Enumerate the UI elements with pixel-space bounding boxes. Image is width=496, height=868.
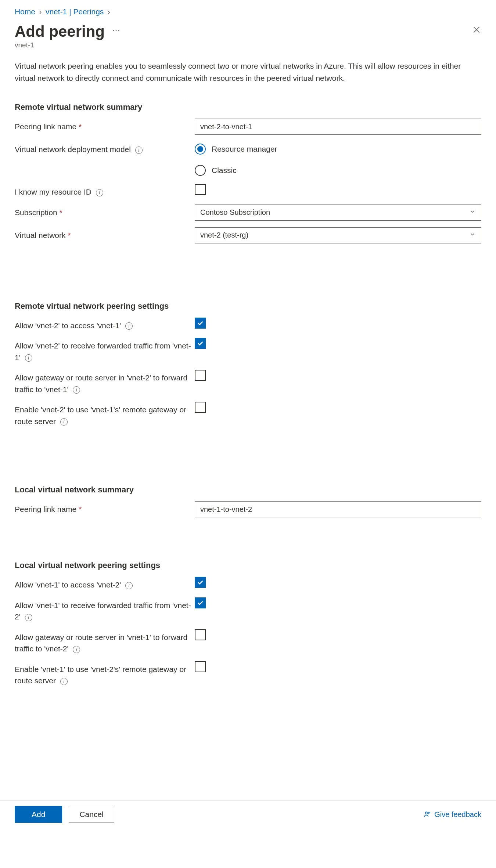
feedback-icon	[423, 810, 431, 818]
label-local-peering-link-name: Peering link name *	[15, 501, 195, 515]
info-icon[interactable]: i	[135, 147, 143, 154]
more-menu-icon[interactable]: ⋯	[112, 26, 120, 35]
breadcrumb-parent[interactable]: vnet-1 | Peerings	[46, 7, 104, 16]
virtual-network-value: vnet-2 (test-rg)	[200, 231, 248, 239]
chevron-right-icon: ›	[37, 7, 44, 16]
section-local-summary: Local virtual network summary	[15, 485, 481, 495]
info-icon[interactable]: i	[125, 322, 133, 330]
checkbox-know-resource-id[interactable]	[195, 184, 206, 195]
info-icon[interactable]: i	[96, 189, 103, 196]
footer: Add Cancel Give feedback	[0, 800, 496, 828]
close-button[interactable]	[472, 25, 481, 36]
radio-resource-manager[interactable]: Resource manager	[195, 144, 481, 155]
label-remote-peering-link-name: Peering link name *	[15, 119, 195, 133]
info-icon[interactable]: i	[60, 678, 68, 685]
info-icon[interactable]: i	[73, 646, 80, 653]
info-icon[interactable]: i	[60, 418, 68, 426]
label-virtual-network: Virtual network *	[15, 227, 195, 241]
label-remote-allow-forwarded: Allow 'vnet-2' to receive forwarded traf…	[15, 338, 195, 363]
radio-resource-manager-label: Resource manager	[212, 145, 277, 153]
remote-peering-link-name-input[interactable]	[195, 119, 481, 135]
label-local-allow-gateway: Allow gateway or route server in 'vnet-1…	[15, 629, 195, 655]
info-icon[interactable]: i	[125, 582, 133, 589]
label-local-use-gateway: Enable 'vnet-1' to use 'vnet-2's' remote…	[15, 661, 195, 687]
radio-classic[interactable]: Classic	[195, 165, 481, 176]
chevron-down-icon	[469, 231, 476, 239]
chevron-down-icon	[469, 208, 476, 217]
checkbox-remote-allow-gateway[interactable]	[195, 370, 206, 381]
page-title: Add peering	[15, 23, 105, 40]
checkbox-remote-allow-forwarded[interactable]	[195, 338, 206, 349]
page-subtitle: vnet-1	[15, 41, 481, 49]
subscription-value: Contoso Subscription	[200, 208, 270, 217]
subscription-select[interactable]: Contoso Subscription	[195, 205, 481, 221]
label-know-resource-id: I know my resource ID i	[15, 184, 195, 198]
add-button[interactable]: Add	[15, 806, 62, 823]
page-description: Virtual network peering enables you to s…	[15, 60, 481, 84]
checkbox-local-allow-access[interactable]	[195, 577, 206, 588]
label-local-allow-forwarded: Allow 'vnet-1' to receive forwarded traf…	[15, 597, 195, 623]
checkbox-remote-use-gateway[interactable]	[195, 402, 206, 413]
virtual-network-select[interactable]: vnet-2 (test-rg)	[195, 227, 481, 243]
checkbox-local-allow-gateway[interactable]	[195, 629, 206, 640]
radio-classic-label: Classic	[212, 166, 237, 175]
label-remote-use-gateway: Enable 'vnet-2' to use 'vnet-1's' remote…	[15, 402, 195, 427]
section-remote-summary: Remote virtual network summary	[15, 102, 481, 112]
label-deployment-model: Virtual network deployment model i	[15, 141, 195, 155]
local-peering-link-name-input[interactable]	[195, 501, 481, 517]
section-local-settings: Local virtual network peering settings	[15, 561, 481, 570]
checkbox-remote-allow-access[interactable]	[195, 318, 206, 329]
info-icon[interactable]: i	[25, 614, 32, 621]
info-icon[interactable]: i	[25, 354, 32, 362]
label-subscription: Subscription *	[15, 205, 195, 218]
give-feedback-label: Give feedback	[434, 810, 481, 819]
breadcrumb: Home › vnet-1 | Peerings ›	[15, 7, 481, 16]
chevron-right-icon: ›	[105, 7, 112, 16]
checkbox-local-use-gateway[interactable]	[195, 661, 206, 672]
info-icon[interactable]: i	[73, 386, 80, 394]
label-local-allow-access: Allow 'vnet-1' to access 'vnet-2' i	[15, 577, 195, 591]
label-remote-allow-gateway: Allow gateway or route server in 'vnet-2…	[15, 370, 195, 395]
cancel-button[interactable]: Cancel	[69, 806, 114, 823]
breadcrumb-home[interactable]: Home	[15, 7, 35, 16]
give-feedback-link[interactable]: Give feedback	[423, 810, 481, 819]
checkbox-local-allow-forwarded[interactable]	[195, 597, 206, 608]
label-remote-allow-access: Allow 'vnet-2' to access 'vnet-1' i	[15, 318, 195, 332]
section-remote-settings: Remote virtual network peering settings	[15, 301, 481, 311]
svg-point-0	[425, 812, 427, 814]
